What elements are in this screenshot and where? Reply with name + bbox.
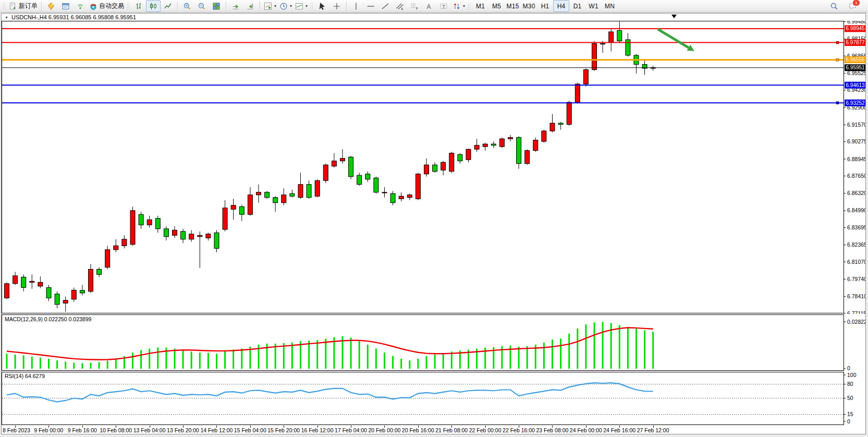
line-handle[interactable] bbox=[836, 102, 839, 104]
toolbar-grip[interactable] bbox=[310, 2, 313, 10]
candle bbox=[214, 230, 219, 252]
svg-text:0.028227: 0.028227 bbox=[847, 319, 865, 325]
tf-m1-button[interactable]: M1 bbox=[472, 0, 488, 12]
macd-histogram bbox=[6, 322, 654, 369]
auto-scroll-icon bbox=[231, 2, 240, 10]
rsi-pane[interactable]: 1008050150 bbox=[2, 371, 865, 426]
tile-windows-button[interactable] bbox=[209, 0, 224, 12]
collapse-chart-icon[interactable]: ▼ bbox=[5, 16, 8, 19]
data-window-button[interactable] bbox=[58, 0, 73, 12]
text-label-button[interactable]: T bbox=[436, 0, 451, 12]
candle bbox=[231, 199, 236, 220]
tf-m5-button[interactable]: M5 bbox=[488, 0, 505, 12]
toolbar-separator bbox=[226, 2, 226, 11]
notifications-button[interactable]: 1 bbox=[846, 0, 860, 12]
dropdown-caret-icon[interactable]: ▾ bbox=[305, 4, 308, 8]
toolbar-separator bbox=[41, 2, 42, 11]
line-handle[interactable] bbox=[836, 58, 839, 61]
auto-trading-button[interactable]: 自动交易 bbox=[88, 0, 126, 12]
new-order-button[interactable]: 新订单 bbox=[7, 0, 39, 12]
tf-d1-button[interactable]: D1 bbox=[569, 0, 585, 12]
candle bbox=[424, 159, 429, 177]
arrows-button[interactable]: ▾ bbox=[451, 0, 467, 12]
fibonacci-button[interactable]: F bbox=[407, 0, 422, 12]
candle bbox=[407, 193, 412, 200]
market-watch-button[interactable] bbox=[44, 0, 58, 12]
dropdown-caret-icon[interactable]: ▾ bbox=[463, 4, 465, 8]
candle bbox=[130, 207, 135, 246]
chart-shift-marker-icon[interactable] bbox=[671, 15, 677, 18]
candle bbox=[542, 130, 546, 143]
toolbar-grip[interactable] bbox=[468, 2, 470, 10]
svg-text:6.88945: 6.88945 bbox=[847, 156, 865, 162]
svg-text:15: 15 bbox=[847, 411, 853, 417]
candle bbox=[122, 235, 127, 248]
fibonacci-icon: F bbox=[410, 2, 419, 10]
auto-trading-button-label: 自动交易 bbox=[99, 2, 124, 10]
candle bbox=[139, 212, 143, 229]
tf-m15-button[interactable]: M15 bbox=[505, 0, 521, 12]
candle bbox=[575, 83, 580, 104]
candle bbox=[298, 173, 303, 199]
chart-shift-button[interactable] bbox=[243, 0, 258, 12]
candle bbox=[415, 173, 420, 200]
candle bbox=[173, 226, 177, 238]
vertical-line-button[interactable] bbox=[349, 0, 363, 12]
svg-text:6.82365: 6.82365 bbox=[847, 241, 865, 248]
tf-m30-button[interactable]: M30 bbox=[521, 0, 537, 12]
time-axis-label: 9 Feb 16:00 bbox=[68, 427, 97, 433]
periods-button[interactable]: ▾ bbox=[278, 0, 294, 12]
toolbar-grip[interactable] bbox=[3, 2, 5, 10]
candle bbox=[147, 216, 152, 228]
line-chart-button[interactable] bbox=[161, 0, 175, 12]
zoom-in-button[interactable] bbox=[180, 0, 194, 12]
candle bbox=[382, 187, 387, 198]
svg-text:6.96556: 6.96556 bbox=[846, 57, 865, 63]
toolbar-grip[interactable] bbox=[127, 2, 129, 10]
horizontal-line-button[interactable] bbox=[363, 0, 378, 12]
trend-arrow-annotation[interactable] bbox=[658, 29, 694, 51]
candle bbox=[525, 149, 530, 165]
svg-text:6.97877: 6.97877 bbox=[846, 40, 865, 45]
svg-text:6.87650: 6.87650 bbox=[847, 173, 865, 179]
price-chart-pane[interactable]: 6.994806.981506.968556.955256.942306.929… bbox=[2, 21, 865, 314]
rsi-line bbox=[7, 383, 653, 402]
trendline-button[interactable] bbox=[378, 0, 393, 12]
zoom-out-button[interactable] bbox=[194, 0, 209, 12]
equidistant-channel-button[interactable]: E bbox=[393, 0, 407, 12]
crosshair-button[interactable] bbox=[329, 0, 344, 12]
candle bbox=[323, 164, 328, 184]
tf-h1-button[interactable]: H1 bbox=[537, 0, 553, 12]
candle bbox=[239, 204, 244, 221]
label-icon: T bbox=[439, 2, 448, 10]
candle bbox=[164, 226, 168, 241]
text-button[interactable]: A bbox=[422, 0, 436, 12]
svg-text:6.81070: 6.81070 bbox=[847, 259, 865, 265]
templates-button[interactable]: ▾ bbox=[294, 0, 309, 12]
svg-text:0: 0 bbox=[847, 418, 850, 424]
auto-scroll-button[interactable] bbox=[228, 0, 243, 12]
candle bbox=[290, 190, 295, 198]
candle bbox=[374, 177, 378, 194]
signals-button[interactable] bbox=[73, 0, 88, 12]
bar-chart-button[interactable] bbox=[131, 0, 146, 12]
search-button[interactable] bbox=[827, 0, 841, 12]
candle bbox=[30, 274, 34, 289]
line-handle[interactable] bbox=[836, 41, 839, 44]
candle bbox=[517, 136, 521, 169]
tf-mn-button[interactable]: MN bbox=[602, 0, 618, 12]
svg-text:6.99480: 6.99480 bbox=[847, 21, 865, 25]
svg-text:6.83695: 6.83695 bbox=[847, 224, 865, 230]
dropdown-caret-icon[interactable]: ▾ bbox=[290, 4, 292, 8]
candlestick-chart-button[interactable] bbox=[146, 0, 161, 12]
tf-w1-button[interactable]: W1 bbox=[585, 0, 602, 12]
time-axis-label: 27 Feb 12:00 bbox=[637, 427, 669, 433]
tf-h4-button[interactable]: H4 bbox=[553, 0, 569, 12]
ohlc-bars-icon bbox=[135, 2, 143, 10]
indicators-button[interactable]: ▾ bbox=[262, 0, 278, 12]
macd-pane[interactable]: 0.0282270 bbox=[2, 314, 865, 371]
candle bbox=[181, 229, 186, 244]
cursor-button[interactable] bbox=[315, 0, 329, 12]
new-order-icon bbox=[9, 2, 17, 10]
dropdown-caret-icon[interactable]: ▾ bbox=[274, 4, 276, 8]
